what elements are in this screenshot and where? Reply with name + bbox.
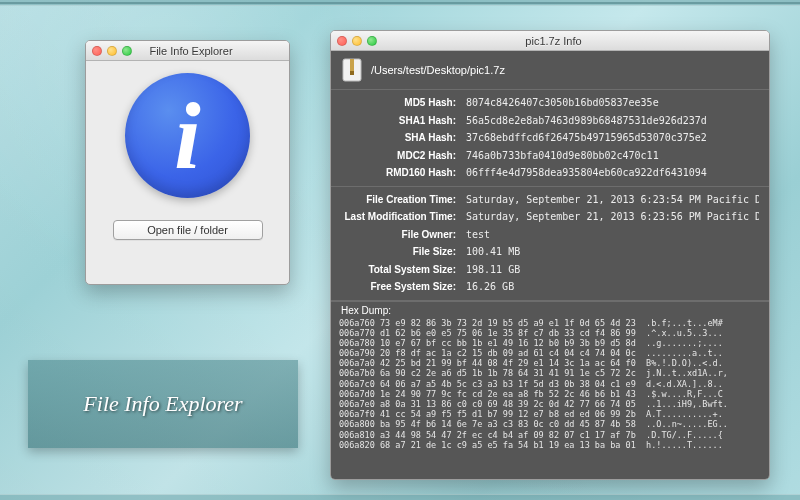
window-file-info: pic1.7z Info /Users/test/Desktop/pic1.7z… [330,30,770,480]
decorative-frame-top [0,0,800,6]
meta-label: File Creation Time: [341,193,466,207]
hash-row: MD5 Hash:8074c8426407c3050b16bd05837ee35… [331,94,769,112]
meta-label: File Size: [341,245,466,259]
hash-row: RMD160 Hash:06fff4e4d7958dea935804eb60ca… [331,164,769,182]
svg-rect-1 [350,59,354,71]
app-name-plate-text: File Info Explorer [83,391,242,417]
meta-label: Last Modification Time: [341,210,466,224]
info-icon: i [125,73,250,198]
meta-row: Free System Size:16.26 GB [331,278,769,296]
hash-value: 06fff4e4d7958dea935804eb60ca922df6431094 [466,166,759,180]
hex-dump-content: 006a760 73 e9 82 86 3b 73 2d 19 b5 d5 a9… [331,318,769,456]
file-path-row: /Users/test/Desktop/pic1.7z [331,51,769,90]
meta-value: 198.11 GB [466,263,759,277]
meta-row: File Owner:test [331,226,769,244]
hash-block: MD5 Hash:8074c8426407c3050b16bd05837ee35… [331,90,769,187]
window-file-info-explorer: File Info Explorer i Open file / folder [85,40,290,285]
meta-label: Free System Size: [341,280,466,294]
meta-value: 100.41 MB [466,245,759,259]
hash-label: MDC2 Hash: [341,149,466,163]
hash-label: MD5 Hash: [341,96,466,110]
hash-value: 37c68ebdffcd6f26475b49715965d53070c375e2 [466,131,759,145]
hash-value: 56a5cd8e2e8ab7463d989b68487531de926d237d [466,114,759,128]
hash-value: 746a0b733bfa0410d9e80bb02c470c11 [466,149,759,163]
hash-label: RMD160 Hash: [341,166,466,180]
meta-value: test [466,228,759,242]
meta-row: File Size:100.41 MB [331,243,769,261]
meta-row: Total System Size:198.11 GB [331,261,769,279]
info-titlebar[interactable]: pic1.7z Info [331,31,769,51]
hash-row: SHA Hash:37c68ebdffcd6f26475b49715965d53… [331,129,769,147]
meta-row: File Creation Time:Saturday, September 2… [331,191,769,209]
explorer-title: File Info Explorer [99,45,283,57]
decorative-frame-bottom [0,494,800,500]
hash-label: SHA Hash: [341,131,466,145]
hash-label: SHA1 Hash: [341,114,466,128]
hex-dump-label: Hex Dump: [331,302,769,318]
hash-row: SHA1 Hash:56a5cd8e2e8ab7463d989b68487531… [331,112,769,130]
app-name-plate: File Info Explorer [28,360,298,448]
meta-block: File Creation Time:Saturday, September 2… [331,187,769,301]
svg-rect-2 [350,71,354,75]
meta-label: Total System Size: [341,263,466,277]
hash-row: MDC2 Hash:746a0b733bfa0410d9e80bb02c470c… [331,147,769,165]
info-window-title: pic1.7z Info [344,35,763,47]
archive-file-icon [341,57,363,83]
meta-value: Saturday, September 21, 2013 6:23:54 PM … [466,193,759,207]
hash-value: 8074c8426407c3050b16bd05837ee35e [466,96,759,110]
meta-value: 16.26 GB [466,280,759,294]
explorer-titlebar[interactable]: File Info Explorer [86,41,289,61]
file-path: /Users/test/Desktop/pic1.7z [371,64,505,76]
meta-row: Last Modification Time:Saturday, Septemb… [331,208,769,226]
hex-dump-section: Hex Dump: 006a760 73 e9 82 86 3b 73 2d 1… [331,301,769,456]
meta-label: File Owner: [341,228,466,242]
open-file-folder-button[interactable]: Open file / folder [113,220,263,240]
meta-value: Saturday, September 21, 2013 6:23:56 PM … [466,210,759,224]
